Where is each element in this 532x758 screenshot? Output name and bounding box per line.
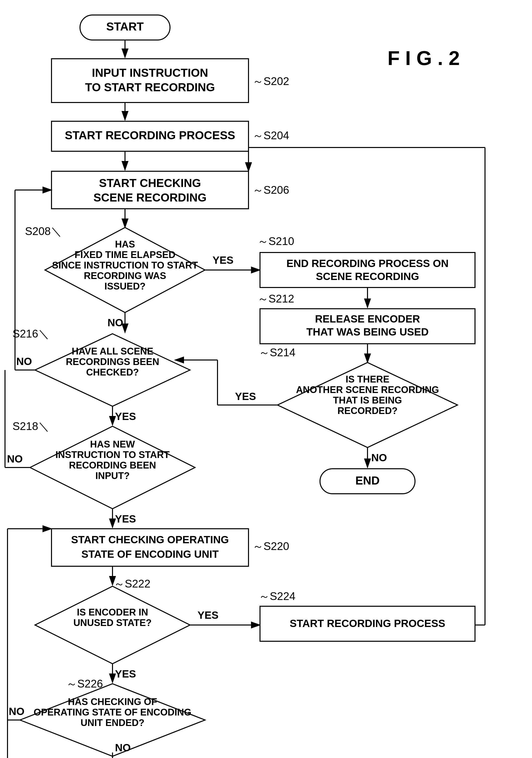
s218-yes: YES bbox=[115, 513, 136, 525]
s214-yes: YES bbox=[235, 391, 256, 402]
s216-yes: YES bbox=[115, 410, 136, 422]
s208-t5: ISSUED? bbox=[104, 281, 146, 292]
s216-step: S216＼ bbox=[13, 327, 49, 340]
s208-step: S208＼ bbox=[25, 225, 62, 237]
s226-t3: UNIT ENDED? bbox=[81, 717, 144, 728]
s226-no-left: NO bbox=[9, 706, 24, 717]
s224-step: ～S224 bbox=[259, 590, 296, 602]
s216-t3: CHECKED? bbox=[86, 367, 139, 377]
s208-t3: SINCE INSTRUCTION TO START bbox=[52, 260, 198, 270]
s222-yes-down: YES bbox=[115, 668, 136, 680]
s222-yes: YES bbox=[197, 609, 219, 621]
s214-t2: ANOTHER SCENE RECORDING bbox=[296, 385, 439, 395]
s214-no: NO bbox=[371, 452, 387, 464]
s220-line1: START CHECKING OPERATING bbox=[71, 534, 229, 545]
s226-t1: HAS CHECKING OF bbox=[68, 697, 157, 707]
s216-t2: RECORDINGS BEEN bbox=[66, 357, 159, 367]
s224-label: START RECORDING PROCESS bbox=[290, 617, 445, 629]
s210-line1: END RECORDING PROCESS ON bbox=[287, 258, 449, 269]
s204-step: ～S204 bbox=[253, 129, 289, 142]
s208-t2: FIXED TIME ELAPSED bbox=[75, 250, 175, 260]
s214-t3: THAT IS BEING bbox=[333, 395, 402, 405]
s208-t1: HAS bbox=[115, 239, 135, 250]
s216-t1: HAVE ALL SCENE bbox=[72, 346, 154, 357]
s206-step: ～S206 bbox=[253, 184, 289, 196]
s212-line2: THAT WAS BEING USED bbox=[306, 326, 429, 338]
s206-line2: SCENE RECORDING bbox=[93, 191, 206, 204]
s222-t2: UNUSED STATE? bbox=[73, 617, 152, 628]
s218-no: NO bbox=[7, 453, 23, 465]
s218-t3: RECORDING BEEN bbox=[69, 460, 156, 470]
s208-no: NO bbox=[108, 317, 123, 328]
s204-label: START RECORDING PROCESS bbox=[65, 129, 235, 142]
s214-t4: RECORDED? bbox=[337, 405, 398, 416]
s208-t4: RECORDING WAS bbox=[84, 270, 166, 281]
s214-step: ～S214 bbox=[259, 346, 296, 359]
s206-line1: START CHECKING bbox=[99, 177, 201, 190]
flowchart-diagram: F I G . 2 START INPUT INSTRUCTION TO STA… bbox=[0, 0, 532, 758]
s202-line2: TO START RECORDING bbox=[85, 81, 215, 94]
s216-no: NO bbox=[16, 356, 32, 367]
start-label: START bbox=[106, 20, 144, 33]
s202-line1: INPUT INSTRUCTION bbox=[92, 66, 208, 79]
s212-step: ～S212 bbox=[258, 293, 294, 305]
s218-t1: HAS NEW bbox=[90, 439, 135, 450]
s218-step: S218＼ bbox=[13, 420, 49, 432]
end-label: END bbox=[355, 474, 379, 487]
s220-line2: STATE OF ENCODING UNIT bbox=[81, 548, 219, 560]
s222-step: ～S222 bbox=[114, 577, 151, 590]
figure-label: F I G . 2 bbox=[387, 47, 460, 69]
s214-t1: IS THERE bbox=[345, 374, 389, 385]
s226-no-bottom: NO bbox=[115, 742, 131, 753]
s208-yes: YES bbox=[212, 254, 233, 266]
s226-step: ～S226 bbox=[66, 677, 103, 690]
s226-t2: OPERATING STATE OF ENCODING bbox=[33, 707, 191, 717]
s212-line1: RELEASE ENCODER bbox=[315, 313, 420, 325]
s202-step: ～S202 bbox=[253, 75, 289, 87]
s218-t2: INSTRUCTION TO START bbox=[55, 450, 170, 460]
s218-t4: INPUT? bbox=[95, 470, 129, 481]
s220-step: ～S220 bbox=[253, 540, 289, 552]
s210-line2: SCENE RECORDING bbox=[316, 270, 419, 282]
s222-t1: IS ENCODER IN bbox=[77, 607, 148, 617]
s210-step: ～S210 bbox=[258, 235, 294, 247]
